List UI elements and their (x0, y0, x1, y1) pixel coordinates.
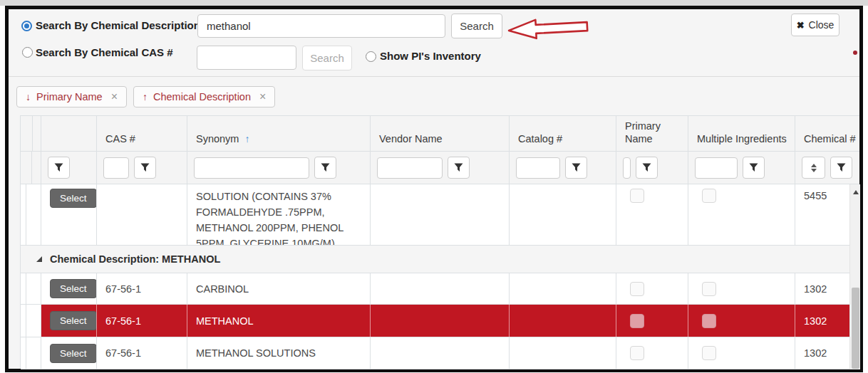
filter-vendor-col (371, 152, 510, 184)
primary-name-checkbox[interactable] (630, 189, 644, 203)
panel-divider (9, 76, 859, 77)
multiple-ingredients-filter-input[interactable] (695, 157, 738, 179)
filter-icon[interactable] (134, 157, 156, 179)
radio-search-by-cas[interactable] (22, 47, 33, 58)
description-search-input[interactable] (197, 14, 445, 38)
filter-multiple-ingredients-col (688, 152, 795, 184)
multiple-ingredients-checkbox[interactable] (702, 314, 716, 328)
select-button[interactable]: Select (50, 344, 97, 363)
radio-show-pi-inventory[interactable] (366, 51, 376, 62)
table-row[interactable]: Select 67-56-1 METHANOL SOLUTIONS 1302 (21, 337, 849, 369)
header-cas[interactable]: CAS # (97, 116, 187, 151)
filter-icon[interactable] (636, 157, 658, 179)
search-by-cas-label: Search By Chemical CAS # (36, 46, 173, 58)
cas-search-input[interactable] (197, 46, 296, 70)
header-synonym[interactable]: Synonym↑ (187, 116, 371, 151)
table-row[interactable]: Select 67-56-1 CARBINOL 1302 (21, 273, 849, 305)
chemical-number-cell: 5455 (795, 184, 849, 245)
header-group-expander-col (26, 116, 41, 151)
group-header-row[interactable]: Chemical Description: METHANOL (21, 246, 849, 273)
spin-up-icon (811, 164, 817, 167)
catalog-cell (510, 184, 616, 245)
sort-desc-icon: ↓ (26, 91, 31, 103)
chemical-number-cell: 1302 (795, 273, 849, 304)
header-primary-name[interactable]: Primary Name (616, 116, 688, 151)
catalog-filter-input[interactable] (516, 157, 560, 179)
header-chemical-number[interactable]: Chemical # (795, 116, 859, 151)
cas-cell: 67-56-1 (97, 337, 187, 369)
catalog-cell (510, 337, 616, 369)
catalog-cell (510, 305, 616, 337)
sort-chip-label: Primary Name (36, 91, 103, 103)
vendor-cell (371, 337, 510, 369)
cas-cell: 67-56-1 (97, 305, 187, 337)
remove-sort-icon[interactable]: × (111, 90, 118, 103)
grid-body: Select SOLUTION (CONTAINS 37% FORMALDEHY… (21, 184, 860, 369)
primary-name-filter-input[interactable] (623, 157, 631, 179)
multiple-ingredients-checkbox[interactable] (702, 282, 716, 296)
header-catalog[interactable]: Catalog # (510, 116, 616, 151)
filter-icon[interactable] (448, 157, 470, 179)
scroll-up-icon[interactable] (850, 187, 861, 197)
vertical-scrollbar[interactable] (849, 184, 860, 369)
description-search-button[interactable]: Search (451, 14, 502, 38)
sort-chip-primary-name[interactable]: ↓ Primary Name × (16, 86, 127, 107)
scrollbar-thumb[interactable] (852, 288, 859, 369)
primary-name-checkbox[interactable] (630, 346, 644, 360)
sort-chip-chemical-description[interactable]: ↑ Chemical Description × (133, 86, 275, 107)
synonym-filter-input[interactable] (194, 157, 309, 179)
annotation-arrow-icon (505, 15, 591, 42)
chemical-number-cell: 1302 (795, 337, 849, 369)
filter-icon[interactable] (743, 157, 765, 179)
cas-filter-input[interactable] (103, 157, 129, 179)
vendor-filter-input[interactable] (377, 157, 443, 179)
close-button[interactable]: ✖ Close (791, 14, 839, 36)
cas-cell: 67-56-1 (97, 273, 187, 304)
close-label: Close (809, 19, 835, 31)
synonym-cell: METHANOL SOLUTIONS (187, 337, 371, 369)
filter-cas-col (97, 152, 187, 184)
sort-chip-label: Chemical Description (153, 91, 251, 103)
header-multiple-ingredients[interactable]: Multiple Ingredients (688, 116, 795, 151)
grid-rows-viewport: Select SOLUTION (CONTAINS 37% FORMALDEHY… (21, 184, 849, 369)
synonym-cell: SOLUTION (CONTAINS 37% FORMALDEHYDE .75P… (187, 184, 371, 245)
select-button[interactable]: Select (50, 311, 97, 330)
select-button[interactable]: Select (50, 279, 97, 298)
search-by-description-label: Search By Chemical Description (36, 19, 200, 31)
primary-name-checkbox[interactable] (630, 314, 644, 328)
cas-cell (97, 184, 187, 245)
catalog-cell (510, 273, 616, 304)
filter-primary-name-col (616, 152, 688, 184)
window-top-strip (0, 0, 868, 6)
multiple-ingredients-checkbox[interactable] (702, 346, 716, 360)
multiple-ingredients-checkbox[interactable] (702, 189, 716, 203)
primary-name-checkbox[interactable] (630, 282, 644, 296)
filter-icon[interactable] (314, 157, 336, 179)
collapse-group-icon[interactable] (36, 256, 42, 262)
filter-icon[interactable] (830, 157, 852, 179)
results-grid: CAS # Synonym↑ Vendor Name Catalog # Pri… (20, 115, 859, 369)
vendor-cell (371, 305, 510, 337)
vendor-cell (371, 273, 510, 304)
remove-sort-icon[interactable]: × (259, 90, 266, 103)
table-row-selected[interactable]: Select 67-56-1 METHANOL 1302 (21, 305, 849, 337)
header-select-col (41, 116, 97, 151)
table-row[interactable]: Select SOLUTION (CONTAINS 37% FORMALDEHY… (21, 184, 849, 246)
filter-icon[interactable] (48, 157, 70, 179)
close-icon: ✖ (797, 20, 805, 31)
header-vendor-name[interactable]: Vendor Name (371, 116, 510, 151)
filter-catalog-col (510, 152, 616, 184)
grid-filter-row (21, 152, 859, 184)
sort-chips-bar: ↓ Primary Name × ↑ Chemical Description … (16, 86, 275, 107)
filter-icon[interactable] (565, 157, 587, 179)
grid-header-row: CAS # Synonym↑ Vendor Name Catalog # Pri… (21, 116, 859, 152)
sort-asc-icon: ↑ (143, 91, 148, 103)
select-button[interactable]: Select (50, 189, 97, 208)
group-header-label: Chemical Description: METHANOL (50, 253, 220, 265)
radio-search-by-description[interactable] (21, 21, 32, 31)
filter-chemical-number-col (795, 152, 859, 184)
chemical-number-stepper[interactable] (802, 157, 825, 179)
filter-spacer (26, 152, 41, 184)
red-dot-marker (853, 51, 857, 55)
cas-search-button[interactable]: Search (302, 46, 352, 70)
